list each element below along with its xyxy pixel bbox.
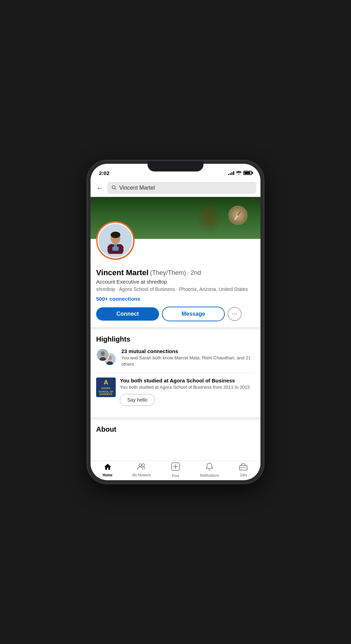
school-desc: You both studied at Agora School of Busi… — [120, 384, 255, 390]
connections-link[interactable]: 500+ connections — [96, 296, 255, 302]
school-logo-letter: A — [104, 379, 108, 386]
svg-point-15 — [142, 464, 145, 467]
search-bar[interactable]: Vincent Martel — [107, 182, 256, 194]
mutual-avatars — [96, 348, 117, 366]
phone-frame: 2:02 — [88, 161, 263, 483]
post-icon — [171, 462, 180, 473]
svg-point-9 — [101, 351, 105, 356]
status-time: 2:02 — [99, 170, 109, 176]
more-dots-icon: ··· — [232, 310, 237, 317]
bottom-nav: Home My Network — [91, 461, 260, 480]
mutual-avatar-1 — [96, 348, 109, 361]
search-icon — [112, 185, 116, 191]
nav-post[interactable]: Post — [158, 462, 192, 479]
highlight-divider — [96, 373, 255, 373]
svg-point-14 — [139, 464, 142, 467]
school-logo-subtitle: SCHOOL OFBUSINESS — [99, 390, 113, 396]
school-title: You both studied at Agora School of Busi… — [120, 378, 255, 383]
profile-title: Account Executive at shredtop — [96, 279, 255, 285]
search-query: Vincent Martel — [119, 185, 155, 191]
avatar-image — [102, 227, 129, 254]
nav-post-label: Post — [172, 474, 179, 478]
signal-icon — [228, 171, 234, 175]
mutual-count: 23 mutual connections — [121, 348, 255, 354]
notifications-icon — [206, 462, 213, 473]
profile-pronouns: (They/Them) — [150, 269, 186, 277]
mutual-connections-text: 23 mutual connections You and Sarah both… — [121, 348, 255, 367]
nav-my-network-label: My Network — [132, 473, 151, 477]
action-buttons: Connect Message ··· — [96, 307, 255, 321]
cover-compass — [225, 202, 250, 230]
status-icons — [228, 170, 252, 176]
connect-button[interactable]: Connect — [96, 307, 159, 321]
message-button[interactable]: Message — [162, 307, 225, 321]
profile-subtitle: shredtop · Agora School of Business · Ph… — [96, 286, 255, 293]
highlights-title: Highlights — [96, 335, 255, 343]
nav-notifications-label: Notifications — [200, 474, 219, 477]
profile-content: Vincent Martel (They/Them) · 2nd Account… — [91, 197, 260, 461]
school-highlight: A AGORA SCHOOL OFBUSINESS You both studi… — [96, 378, 255, 406]
jobs-icon — [239, 463, 248, 473]
school-text: You both studied at Agora School of Busi… — [120, 378, 255, 406]
about-section-peek: About — [91, 417, 260, 439]
phone-screen: 2:02 — [91, 164, 260, 480]
my-network-icon — [137, 463, 146, 473]
highlights-section: Highlights — [91, 330, 260, 417]
school-logo: A AGORA SCHOOL OFBUSINESS — [96, 378, 116, 397]
svg-point-7 — [112, 233, 119, 237]
profile-name: Vincent Martel — [96, 268, 149, 277]
section-divider-1 — [91, 327, 260, 330]
nav-notifications[interactable]: Notifications — [193, 462, 227, 479]
nav-my-network[interactable]: My Network — [124, 463, 158, 478]
nav-home-label: Home — [103, 473, 113, 477]
search-bar-container: ← Vincent Martel — [91, 179, 260, 197]
avatar-container — [96, 221, 135, 260]
more-options-button[interactable]: ··· — [228, 307, 242, 321]
profile-name-line: Vincent Martel (They/Them) · 2nd — [96, 268, 255, 277]
profile-degree: · — [187, 269, 189, 277]
say-hello-button[interactable]: Say hello — [120, 394, 155, 406]
school-logo-name: AGORA — [101, 387, 110, 390]
profile-info: Vincent Martel (They/Them) · 2nd Account… — [91, 265, 260, 327]
notch — [148, 161, 203, 171]
nav-jobs[interactable]: Jobs — [227, 463, 260, 478]
svg-line-1 — [115, 188, 116, 190]
profile-degree-value: 2nd — [191, 269, 201, 277]
avatar-ring — [96, 221, 135, 260]
wifi-icon — [236, 170, 242, 176]
mutual-connections-highlight: 23 mutual connections You and Sarah both… — [96, 348, 255, 367]
about-title: About — [96, 425, 255, 433]
home-icon — [103, 463, 112, 473]
profile-pic-area — [91, 239, 260, 265]
mutual-desc: You and Sarah both know Marcel Mata, Ris… — [121, 355, 255, 367]
avatar — [98, 223, 133, 258]
nav-home[interactable]: Home — [91, 463, 124, 478]
nav-jobs-label: Jobs — [240, 473, 247, 477]
back-button[interactable]: ← — [95, 183, 105, 193]
battery-icon — [243, 171, 252, 175]
